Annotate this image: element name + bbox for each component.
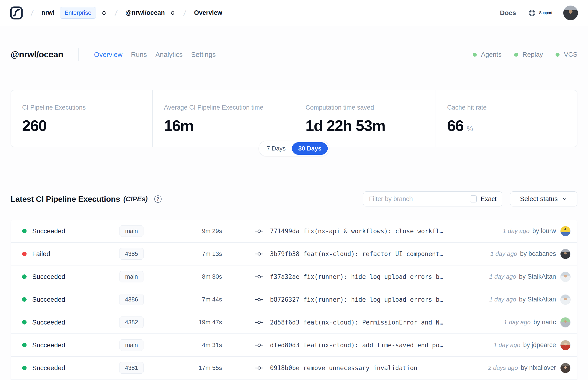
table-row[interactable]: Succeeded 4382 19m 47s 2d58f6d3 feat(nx-…	[11, 311, 577, 334]
status-cell: Succeeded	[22, 319, 100, 326]
exact-match-toggle[interactable]: Exact	[464, 192, 502, 206]
commit-hash: f37a32ae	[270, 273, 299, 280]
exact-label: Exact	[480, 195, 496, 203]
breadcrumb-separator: /	[30, 8, 34, 18]
range-30-days[interactable]: 30 Days	[292, 142, 328, 155]
org-selector-chevrons-icon[interactable]	[101, 10, 107, 16]
stat-value: 260	[22, 117, 47, 134]
breadcrumb-separator: /	[114, 8, 118, 18]
date-range-toggle: 7 Days 30 Days	[259, 141, 329, 156]
tab-runs[interactable]: Runs	[131, 51, 147, 58]
time-ago: 1 day ago	[489, 273, 516, 280]
time-ago: 2 days ago	[488, 364, 518, 372]
branch-cell: main	[100, 339, 163, 351]
table-row[interactable]: Succeeded main 9m 29s 771499da fix(nx-ap…	[11, 220, 577, 243]
service-vcs-label: VCS	[564, 51, 577, 58]
workspace-selector-chevrons-icon[interactable]	[170, 10, 176, 16]
branch-badge: main	[119, 271, 143, 283]
enterprise-badge[interactable]: Enterprise	[60, 7, 96, 19]
status-label: Succeeded	[32, 296, 65, 303]
stat-label: Computation time saved	[305, 104, 426, 111]
commit-message: fix(runner): hide log upload errors b…	[303, 296, 443, 303]
service-vcs[interactable]: VCS	[555, 51, 577, 58]
branch-badge: 4386	[119, 294, 144, 305]
commit-cell: b8726327 fix(runner): hide log upload er…	[255, 296, 485, 303]
status-label: Succeeded	[32, 342, 65, 349]
time-ago: 1 day ago	[490, 250, 517, 258]
status-cell: Succeeded	[22, 342, 100, 349]
top-nav: / nrwl Enterprise / @nrwl/ocean / Overvi…	[0, 0, 588, 26]
service-agents[interactable]: Agents	[473, 51, 501, 58]
table-row[interactable]: Failed 4385 7m 13s 3b79fb38 feat(nx-clou…	[11, 243, 577, 266]
tab-analytics[interactable]: Analytics	[155, 51, 183, 58]
breadcrumb-page: Overview	[194, 9, 222, 17]
avatar	[560, 294, 570, 305]
branch-filter-group: Exact	[363, 191, 502, 207]
user-avatar[interactable]	[563, 5, 578, 20]
tab-settings[interactable]: Settings	[191, 51, 216, 58]
commit-cell: 0918b0be remove unnecessary invalidation	[255, 364, 483, 372]
stat-label: CI Pipeline Executions	[22, 104, 143, 111]
table-row[interactable]: Succeeded 4381 17m 55s 0918b0be remove u…	[11, 357, 577, 380]
exact-checkbox[interactable]	[470, 195, 477, 203]
commit-text: 771499da fix(nx-api & workflows): close …	[270, 228, 443, 235]
status-select-button[interactable]: Select status	[510, 191, 577, 207]
git-commit-icon	[255, 342, 264, 348]
commit-cell: dfed80d3 feat(nx-cloud): add time-saved …	[255, 342, 489, 349]
status-select-label: Select status	[520, 195, 558, 203]
author: by StalkAltan	[519, 273, 556, 280]
tab-overview[interactable]: Overview	[94, 51, 123, 58]
commit-text: 3b79fb38 feat(nx-cloud): refactor UI com…	[270, 250, 443, 258]
table-row[interactable]: Succeeded 4386 7m 44s b8726327 fix(runne…	[11, 288, 577, 311]
table-row[interactable]: Succeeded main 4m 31s dfed80d3 feat(nx-c…	[11, 334, 577, 357]
commit-cell: 771499da fix(nx-api & workflows): close …	[255, 228, 498, 235]
docs-link[interactable]: Docs	[500, 9, 516, 17]
cipes-title: Latest CI Pipeline Executions	[11, 194, 120, 204]
status-dot	[22, 297, 27, 302]
commit-hash: b8726327	[270, 296, 299, 303]
stat-label: Cache hit rate	[447, 104, 568, 111]
status-cell: Failed	[22, 250, 100, 258]
branch-cell: 4386	[100, 294, 163, 305]
stat-value: 16m	[164, 117, 193, 134]
branch-cell: main	[100, 271, 163, 283]
commit-text: dfed80d3 feat(nx-cloud): add time-saved …	[270, 342, 443, 349]
status-dot-icon	[555, 53, 560, 57]
breadcrumb-org[interactable]: nrwl	[41, 9, 55, 17]
help-icon[interactable]: ?	[154, 195, 162, 203]
branch-badge: 4382	[119, 317, 144, 328]
breadcrumb-workspace[interactable]: @nrwl/ocean	[126, 9, 165, 17]
service-replay[interactable]: Replay	[514, 51, 543, 58]
lifebuoy-icon	[528, 9, 536, 17]
branch-filter-input[interactable]	[363, 192, 464, 206]
stat-card-executions: CI Pipeline Executions 260	[11, 90, 152, 147]
table-row[interactable]: Succeeded main 8m 30s f37a32ae fix(runne…	[11, 266, 577, 288]
commit-hash: 3b79fb38	[270, 250, 299, 258]
status-cell: Succeeded	[22, 364, 100, 372]
row-meta: 1 day ago by nartc	[504, 317, 570, 327]
avatar	[560, 249, 570, 259]
breadcrumb-separator: /	[183, 8, 187, 18]
status-cell: Succeeded	[22, 273, 100, 281]
stat-label: Average CI Pipeline Execution time	[164, 104, 285, 111]
cipes-title-suffix: (CIPEs)	[123, 195, 148, 203]
status-dot	[22, 229, 27, 233]
branch-cell: 4381	[100, 362, 163, 374]
time-ago: 1 day ago	[504, 319, 531, 326]
status-label: Succeeded	[32, 228, 65, 235]
support-link[interactable]: Support	[528, 9, 552, 17]
status-dot-icon	[473, 53, 477, 57]
branch-badge: 4385	[119, 248, 144, 260]
status-dot	[22, 366, 27, 370]
row-meta: 1 day ago by StalkAltan	[489, 272, 570, 282]
author: by StalkAltan	[519, 296, 556, 303]
status-label: Succeeded	[32, 319, 65, 326]
commit-hash: dfed80d3	[270, 342, 299, 349]
commit-message: fix(runner): hide log upload errors b…	[303, 273, 443, 280]
commit-text: b8726327 fix(runner): hide log upload er…	[270, 296, 443, 303]
range-7-days[interactable]: 7 Days	[260, 142, 292, 155]
duration: 7m 44s	[163, 296, 222, 303]
nx-cloud-logo[interactable]	[10, 6, 23, 20]
avatar	[560, 340, 570, 350]
commit-cell: f37a32ae fix(runner): hide log upload er…	[255, 273, 485, 280]
